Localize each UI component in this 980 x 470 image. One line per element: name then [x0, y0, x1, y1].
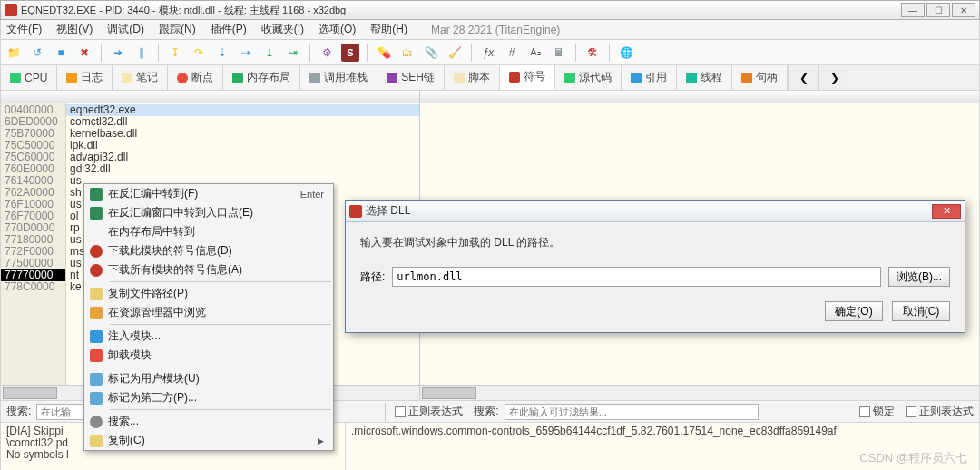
search-label-left: 搜索:: [1, 404, 36, 419]
dialog-close-button[interactable]: ✕: [932, 204, 961, 219]
tab-notes[interactable]: 笔记: [113, 65, 168, 90]
ctx-mark-thirdparty[interactable]: 标记为第三方(P)...: [84, 388, 333, 407]
step-into-icon[interactable]: ↧: [166, 44, 184, 62]
tab-symbols[interactable]: 符号: [500, 65, 555, 90]
stop-icon[interactable]: ■: [52, 44, 70, 62]
erase-icon[interactable]: 🧹: [446, 44, 464, 62]
dialog-title: 选择 DLL: [366, 203, 932, 219]
settings-icon[interactable]: 🛠: [583, 44, 602, 62]
tab-threads[interactable]: 线程: [677, 65, 732, 90]
context-menu: 在反汇编中转到(F)Enter 在反汇编窗口中转到入口点(E) 在内存布局中转到…: [83, 183, 334, 451]
toolbar: 📁 ↺ ■ ✖ ➔ ∥ ↧ ↷ ⇣ ⇢ ⤓ ⇥ ⚙ S 💊 🗂 📎 🧹 ƒx #…: [0, 40, 980, 65]
regex-check-right[interactable]: 正则表达式: [900, 404, 979, 419]
bug-icon: [349, 205, 362, 218]
address-column[interactable]: 004000006DED000075B7000075C5000075C60000…: [1, 103, 66, 385]
ctx-mark-user[interactable]: 标记为用户模块(U): [84, 369, 333, 388]
menu-favourites[interactable]: 收藏夹(I): [261, 22, 304, 37]
ctx-browse-explorer[interactable]: 在资源管理器中浏览: [84, 303, 333, 322]
menu-options[interactable]: 选项(O): [318, 22, 356, 37]
tab-cpu[interactable]: CPU: [1, 65, 57, 90]
tab-next[interactable]: ❯: [818, 65, 849, 90]
ctx-goto-disasm[interactable]: 在反汇编中转到(F)Enter: [84, 184, 333, 203]
fx-icon[interactable]: ƒx: [479, 44, 497, 62]
calc-icon[interactable]: 🖩: [550, 44, 568, 62]
close-icon[interactable]: ✖: [75, 44, 93, 62]
ctx-goto-memmap[interactable]: 在内存布局中转到: [84, 222, 333, 241]
ctx-inject-module[interactable]: 注入模块...: [84, 327, 333, 346]
trace-over-icon[interactable]: ⇢: [237, 44, 255, 62]
menu-plugins[interactable]: 插件(P): [211, 22, 247, 37]
search-label-right: 搜索:: [468, 404, 504, 419]
hash-icon[interactable]: #: [503, 44, 521, 62]
minimize-button[interactable]: —: [901, 3, 925, 17]
ctx-download-all-symbols[interactable]: 下载所有模块的符号信息(A): [84, 260, 333, 279]
open-icon[interactable]: 📁: [5, 44, 23, 62]
tab-breakpoints[interactable]: 断点: [168, 65, 223, 90]
tab-seh[interactable]: SEH链: [377, 65, 445, 90]
ctx-copy-path[interactable]: 复制文件路径(P): [84, 284, 333, 303]
tab-script[interactable]: 脚本: [445, 65, 500, 90]
menu-trace[interactable]: 跟踪(N): [159, 22, 196, 37]
comment-icon[interactable]: 💊: [375, 44, 393, 62]
bookmark-icon[interactable]: 📎: [422, 44, 440, 62]
ok-button[interactable]: 确定(O): [825, 301, 883, 321]
globe-icon[interactable]: 🌐: [617, 44, 635, 62]
titlebar: EQNEDT32.EXE - PID: 3440 - 模块: ntdll.dll…: [0, 0, 980, 20]
search-input-right[interactable]: [505, 404, 759, 420]
scylla-icon[interactable]: ⚙: [318, 44, 336, 62]
trace-into-icon[interactable]: ⇣: [213, 44, 231, 62]
ctx-search[interactable]: 搜索...: [84, 412, 333, 431]
bug-icon: [5, 4, 17, 16]
label-icon[interactable]: 🗂: [398, 44, 416, 62]
symbols-header[interactable]: [420, 91, 979, 103]
tabs: CPU 日志 笔记 断点 内存布局 调用堆栈 SEH链 脚本 符号 源代码 引用…: [0, 65, 980, 91]
menu-view[interactable]: 视图(V): [56, 22, 93, 37]
ctx-download-symbol[interactable]: 下载此模块的符号信息(D): [84, 241, 333, 260]
path-input[interactable]: [392, 267, 881, 287]
ctx-unload-module[interactable]: 卸载模块: [84, 346, 333, 365]
window-title: EQNEDT32.EXE - PID: 3440 - 模块: ntdll.dll…: [21, 4, 901, 17]
modules-header[interactable]: [1, 91, 419, 103]
browse-button[interactable]: 浏览(B)...: [888, 267, 950, 287]
symbols-hscroll[interactable]: [420, 385, 979, 400]
regex-check-left[interactable]: 正则表达式: [389, 404, 468, 419]
select-dll-dialog: 选择 DLL ✕ 输入要在调试对象中加载的 DLL 的路径。 路径: 浏览(B)…: [345, 200, 965, 333]
tab-prev[interactable]: ❮: [788, 65, 818, 90]
menu-file[interactable]: 文件(F): [6, 22, 42, 37]
text-icon[interactable]: A₂: [526, 44, 544, 62]
menu-help[interactable]: 帮助(H): [370, 22, 407, 37]
step-over-icon[interactable]: ↷: [190, 44, 208, 62]
path-label: 路径:: [360, 269, 385, 285]
tab-references[interactable]: 引用: [622, 65, 677, 90]
dialog-message: 输入要在调试对象中加载的 DLL 的路径。: [360, 235, 950, 250]
run-to-icon[interactable]: ⤓: [260, 44, 279, 62]
engine-info: Mar 28 2021 (TitanEngine): [431, 24, 560, 36]
pause-icon[interactable]: ∥: [132, 44, 151, 62]
lock-check[interactable]: 锁定: [854, 404, 900, 419]
run-until-icon[interactable]: ⇥: [284, 44, 302, 62]
cancel-button[interactable]: 取消(C): [892, 301, 950, 321]
tab-log[interactable]: 日志: [57, 65, 113, 90]
window-buttons: — ☐ ✕: [901, 3, 975, 17]
menu-debug[interactable]: 调试(D): [107, 22, 144, 37]
patches-icon[interactable]: S: [341, 44, 359, 62]
tab-source[interactable]: 源代码: [555, 65, 622, 90]
ctx-copy[interactable]: 复制(C)▶: [84, 431, 333, 450]
close-button[interactable]: ✕: [952, 3, 975, 17]
restart-icon[interactable]: ↺: [28, 44, 46, 62]
watermark: CSDN @程序员六七: [859, 450, 967, 466]
maximize-button[interactable]: ☐: [926, 3, 950, 17]
ctx-goto-entry[interactable]: 在反汇编窗口中转到入口点(E): [84, 203, 333, 222]
menubar: 文件(F) 视图(V) 调试(D) 跟踪(N) 插件(P) 收藏夹(I) 选项(…: [0, 20, 980, 40]
tab-handles[interactable]: 句柄: [732, 65, 788, 90]
tab-memmap[interactable]: 内存布局: [223, 65, 300, 90]
dialog-titlebar[interactable]: 选择 DLL ✕: [346, 201, 965, 222]
run-icon[interactable]: ➔: [109, 44, 127, 62]
tab-callstack[interactable]: 调用堆栈: [300, 65, 377, 90]
